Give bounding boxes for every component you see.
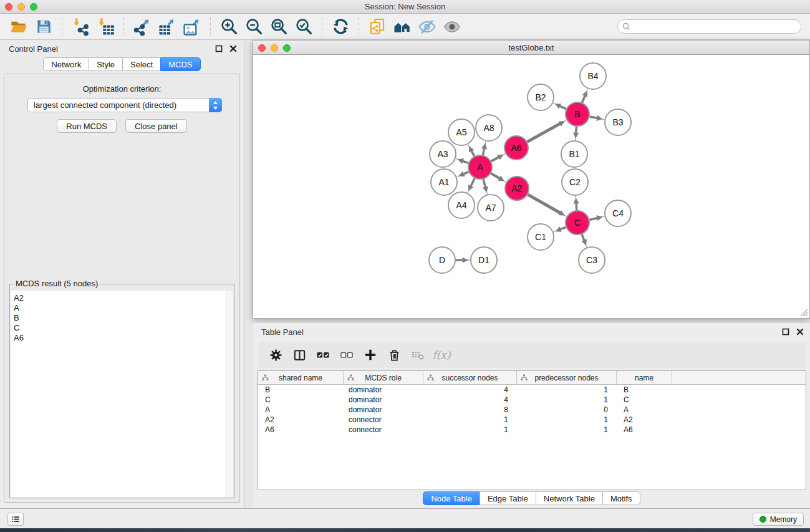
export-image-button[interactable] <box>181 16 203 37</box>
toolbar-separator <box>123 17 124 36</box>
mcds-result-list[interactable]: A2 A B C A6 <box>11 291 233 497</box>
apply-layout-button[interactable] <box>330 16 351 37</box>
close-panel-action-button[interactable]: Close panel <box>125 119 187 133</box>
import-network-button[interactable] <box>70 16 91 37</box>
run-mcds-button[interactable]: Run MCDS <box>57 119 117 133</box>
list-item[interactable]: C <box>14 323 233 333</box>
mcds-result-groupbox: MCDS result (5 nodes) A2 A B C A6 <box>9 284 234 498</box>
close-window-button[interactable] <box>5 3 12 11</box>
task-history-button[interactable] <box>7 513 24 526</box>
plus-icon <box>363 347 378 362</box>
table-row[interactable]: A6 connector 1 1 A6 <box>258 425 806 435</box>
optimization-criterion-label: Optimization criterion: <box>4 84 239 94</box>
table-panel: Table Panel <box>253 323 810 508</box>
open-session-button[interactable] <box>8 16 29 37</box>
resize-grip-icon[interactable] <box>800 309 808 317</box>
criterion-dropdown[interactable]: largest connected component (directed) <box>27 98 222 112</box>
graph-node-label: A3 <box>437 149 448 159</box>
list-item[interactable]: A2 <box>14 293 233 303</box>
list-item[interactable]: A6 <box>14 333 233 343</box>
unchecked-boxes-icon <box>339 347 354 362</box>
float-table-panel-button[interactable] <box>781 327 790 336</box>
graph-node-label: B1 <box>569 149 579 159</box>
close-panel-button[interactable] <box>229 44 238 53</box>
network-window-titlebar[interactable]: testGlobe.txt <box>253 40 810 55</box>
tab-motifs[interactable]: Motifs <box>602 491 640 505</box>
shared-column-icon <box>427 374 434 381</box>
save-floppy-icon <box>36 18 52 35</box>
graph-node-label: C2 <box>569 177 581 187</box>
first-neighbors-button[interactable] <box>392 16 413 37</box>
list-item[interactable]: B <box>14 313 233 323</box>
desktop-wallpaper-strip <box>0 528 810 532</box>
show-column-panel-button[interactable] <box>289 345 309 365</box>
column-header-predecessor-nodes[interactable]: predecessor nodes <box>517 371 617 384</box>
graph-node-label: B2 <box>535 92 546 102</box>
window-title: Session: New Session <box>0 2 810 11</box>
close-network-button[interactable] <box>258 44 266 52</box>
zoom-network-button[interactable] <box>283 44 291 52</box>
network-graph[interactable]: AA1A2A3A4A5A6A7A8BB1B2B3B4CC1C2C3C4DD1 <box>253 55 809 317</box>
tab-mcds[interactable]: MCDS <box>160 57 200 71</box>
zoom-selected-button[interactable] <box>293 16 314 37</box>
show-all-button[interactable] <box>441 16 463 37</box>
graph-node-label: A <box>477 162 483 172</box>
export-network-button[interactable] <box>132 16 153 37</box>
shared-column-icon <box>347 374 354 381</box>
export-table-button[interactable] <box>157 16 178 37</box>
toolbar-separator <box>62 17 62 36</box>
memory-label: Memory <box>770 515 797 524</box>
graph-node-label: A2 <box>511 183 522 193</box>
delete-columns-button[interactable] <box>384 345 404 365</box>
graph-node-label: B3 <box>612 117 623 127</box>
zoom-in-button[interactable] <box>218 16 239 37</box>
list-icon <box>10 514 21 525</box>
tab-select[interactable]: Select <box>122 57 161 71</box>
table-row[interactable]: C dominator 4 1 C <box>258 395 806 405</box>
close-icon <box>229 45 237 52</box>
tab-network[interactable]: Network <box>43 57 89 71</box>
float-panel-button[interactable] <box>215 44 223 53</box>
column-header-name[interactable]: name <box>617 371 672 384</box>
zoom-fit-button[interactable] <box>268 16 289 37</box>
table-options-button[interactable] <box>266 345 286 365</box>
zoom-out-icon <box>245 17 263 36</box>
export-network-icon <box>133 17 152 36</box>
tab-network-table[interactable]: Network Table <box>536 491 603 505</box>
hide-selected-button[interactable] <box>417 16 438 37</box>
tab-style[interactable]: Style <box>89 57 123 71</box>
network-canvas[interactable]: AA1A2A3A4A5A6A7A8BB1B2B3B4CC1C2C3C4DD1 <box>253 55 810 319</box>
close-table-panel-button[interactable] <box>796 327 804 336</box>
toolbar-separator <box>359 17 359 36</box>
graph-node-label: A8 <box>483 123 494 133</box>
table-row[interactable]: B dominator 4 1 B <box>258 385 806 395</box>
minimize-network-button[interactable] <box>271 44 278 52</box>
list-item[interactable]: A <box>14 303 233 313</box>
column-header-shared-name[interactable]: shared name <box>258 371 344 384</box>
import-table-button[interactable] <box>95 16 116 37</box>
apply-function-button[interactable]: f(x) <box>432 345 451 365</box>
save-session-button[interactable] <box>33 16 54 37</box>
create-column-button[interactable] <box>360 345 380 365</box>
table-panel-title: Table Panel <box>253 327 304 337</box>
tab-edge-table[interactable]: Edge Table <box>480 491 536 505</box>
export-image-icon <box>183 17 201 36</box>
list-scrollbar[interactable] <box>226 291 233 497</box>
tab-node-table[interactable]: Node Table <box>423 491 480 505</box>
deselect-all-button[interactable] <box>337 345 357 365</box>
delete-table-button[interactable] <box>408 345 428 365</box>
search-input[interactable] <box>617 19 801 34</box>
memory-button[interactable]: Memory <box>753 513 804 526</box>
open-folder-icon <box>10 18 27 36</box>
table-row[interactable]: A2 connector 1 1 A2 <box>258 415 806 425</box>
minimize-window-button[interactable] <box>17 3 25 11</box>
zoom-out-button[interactable] <box>243 16 264 37</box>
zoom-window-button[interactable] <box>30 3 37 11</box>
select-all-button[interactable] <box>313 345 333 365</box>
new-network-from-selection-button[interactable] <box>367 16 388 37</box>
column-header-mcds-role[interactable]: MCDS role <box>344 371 423 384</box>
search-icon <box>622 22 630 31</box>
checked-boxes-icon <box>316 347 330 362</box>
table-row[interactable]: A dominator 8 0 A <box>258 405 806 415</box>
column-header-successor-nodes[interactable]: successor nodes <box>423 371 517 384</box>
